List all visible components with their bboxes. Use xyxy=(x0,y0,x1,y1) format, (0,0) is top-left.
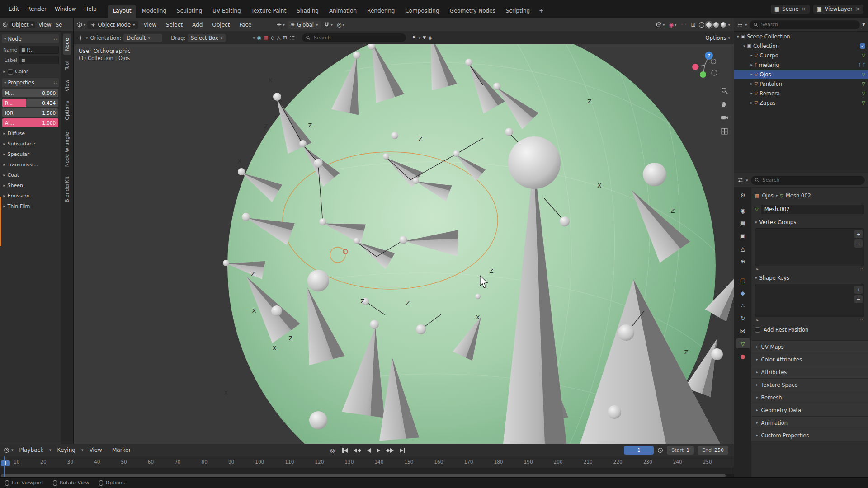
start-frame-field[interactable]: Start 1 xyxy=(667,446,694,455)
tab-physics-icon[interactable]: ↻ xyxy=(736,313,750,323)
shader-menu-view[interactable]: View xyxy=(37,22,53,28)
shading-rendered-button[interactable] xyxy=(721,22,726,28)
remove-vertex-group-button[interactable]: − xyxy=(854,239,863,248)
add-shape-key-button[interactable]: + xyxy=(854,286,863,294)
shape-keys-header[interactable]: ▾ Shape Keys xyxy=(755,272,864,284)
outliner-row-collection[interactable]: ▾ ▣ Collection ✓ xyxy=(734,41,868,51)
add-rest-position-checkbox[interactable] xyxy=(755,327,760,333)
section-color-attributes[interactable]: ▾Color Attributes xyxy=(751,353,868,366)
workspace-tab-shading[interactable]: Shading xyxy=(292,5,324,18)
expand-icon[interactable]: ▾ xyxy=(749,102,754,104)
outliner-row-scene-collection[interactable]: ▾ ▣ Scene Collection xyxy=(734,32,868,41)
sidebar-tab-options[interactable]: Options xyxy=(63,97,71,124)
sidebar-tab-node[interactable]: Node xyxy=(63,34,71,55)
drag-mode-dropdown[interactable]: Select Box ▾ xyxy=(188,34,226,42)
tab-material-icon[interactable]: ● xyxy=(736,351,750,361)
play-button[interactable] xyxy=(377,448,380,453)
list-filter-icon[interactable] xyxy=(289,35,295,41)
menu-edit[interactable]: Edit xyxy=(5,6,23,12)
workspace-tab-modeling[interactable]: Modeling xyxy=(137,5,171,18)
transform-orientation-dropdown[interactable]: ⊕ Global ▾ xyxy=(288,21,321,29)
section-remesh[interactable]: ▾Remesh xyxy=(751,391,868,404)
menu-help[interactable]: Help xyxy=(80,6,100,12)
shader-type-dropdown[interactable]: Object ▾ xyxy=(9,21,35,28)
workspace-tab-uv-editing[interactable]: UV Editing xyxy=(208,5,246,18)
vertex-groups-list[interactable]: + − xyxy=(755,228,864,266)
expand-icon[interactable]: ▾ xyxy=(749,73,754,75)
playhead[interactable] xyxy=(4,456,5,477)
metallic-slider[interactable]: M... 0.000 xyxy=(2,89,58,97)
tab-particles-icon[interactable]: ∴ xyxy=(736,300,750,310)
camera-view-icon[interactable] xyxy=(721,114,728,122)
menu-marker[interactable]: Marker xyxy=(108,447,135,453)
viewlayer-unlink-icon[interactable]: × xyxy=(855,6,860,12)
play-reverse-button[interactable] xyxy=(367,448,371,453)
pivot-point-button[interactable]: ▾ xyxy=(275,21,287,28)
mode-dropdown[interactable]: Object Mode ▾ xyxy=(87,21,138,29)
timeline-ruler[interactable]: 1020 3040 5060 7080 90100 110120 130140 … xyxy=(0,456,734,468)
zoom-icon[interactable] xyxy=(721,87,728,94)
workspace-tab-scripting[interactable]: Scripting xyxy=(501,5,535,18)
proportional-editing-button[interactable]: ◎ ▾ xyxy=(335,21,346,28)
viewport-menu-select[interactable]: Select xyxy=(162,22,187,28)
outliner-editor-icon[interactable] xyxy=(737,22,743,28)
outliner-row-cuerpo[interactable]: ▾ ▽ Cuerpo ▽ xyxy=(734,51,868,60)
tab-modifiers-icon[interactable]: ◆ xyxy=(736,288,750,298)
ior-slider[interactable]: IOR 1.500 xyxy=(2,108,58,117)
section-subsurface[interactable]: ▾Subsurface xyxy=(2,139,59,149)
orientation-default-dropdown[interactable]: Default ▾ xyxy=(123,34,162,42)
expand-icon[interactable]: ▾ xyxy=(737,34,739,39)
shader-editor-icon[interactable] xyxy=(2,22,8,28)
end-frame-field[interactable]: End 250 xyxy=(698,446,728,455)
section-sheen[interactable]: ▾Sheen xyxy=(2,180,59,191)
workspace-tab-rendering[interactable]: Rendering xyxy=(362,5,400,18)
scene-unlink-icon[interactable]: × xyxy=(802,6,806,12)
snapping-button[interactable]: ▾ xyxy=(322,21,334,28)
menu-window[interactable]: Window xyxy=(51,6,80,12)
mesh-name-field[interactable]: Mesh.002 xyxy=(761,205,864,214)
sidebar-tab-node-wrangler[interactable]: Node Wrangler xyxy=(63,126,71,171)
playhead-frame-badge[interactable]: 1 xyxy=(1,460,10,466)
roughness-slider[interactable]: R... 0.434 xyxy=(2,99,58,107)
gizmo-axis-negative[interactable] xyxy=(711,59,716,64)
filter-funnel-icon[interactable]: ▼ xyxy=(862,23,865,27)
add-workspace-button[interactable]: + xyxy=(535,5,547,18)
tab-constraints-icon[interactable]: ⋈ xyxy=(736,326,750,336)
menu-playback[interactable]: Playback xyxy=(15,447,48,453)
node-label-field[interactable]: ▦ xyxy=(19,56,59,64)
expand-icon[interactable]: ▾ xyxy=(743,44,745,48)
navigation-gizmo[interactable]: Z xyxy=(688,48,720,80)
shader-menu-select[interactable]: Se xyxy=(54,22,63,28)
tab-view-layer-icon[interactable]: ▣ xyxy=(736,231,750,241)
pan-hand-icon[interactable] xyxy=(721,100,728,108)
viewport-menu-view[interactable]: View xyxy=(140,22,160,28)
section-attributes[interactable]: ▾Attributes xyxy=(751,366,868,379)
sidebar-tab-blenderkit[interactable]: BlenderKit xyxy=(63,172,71,206)
section-diffuse[interactable]: ▾Diffuse xyxy=(2,128,59,139)
keying-clock-icon[interactable] xyxy=(657,447,663,453)
specials-menu-icon[interactable]: ▾ xyxy=(755,268,760,270)
viewport-menu-object[interactable]: Object xyxy=(208,22,234,28)
timeline-track-area[interactable] xyxy=(0,468,734,474)
workspace-tab-sculpting[interactable]: Sculpting xyxy=(172,5,207,18)
outliner-row-ojos[interactable]: ▾ ▽ Ojos ▽ xyxy=(734,70,868,79)
jump-to-end-button[interactable] xyxy=(400,448,405,453)
workspace-tab-animation[interactable]: Animation xyxy=(324,5,362,18)
falloff-triangle-icon[interactable]: △ xyxy=(277,35,280,40)
filter-funnel-icon[interactable]: ▼ xyxy=(423,36,426,40)
options-dropdown[interactable]: Options ▾ xyxy=(705,35,730,41)
outliner-row-remera[interactable]: ▾ ▽ Remera ▽ xyxy=(734,89,868,98)
remove-shape-key-button[interactable]: − xyxy=(854,295,863,303)
workspace-tab-layout[interactable]: Layout xyxy=(108,5,137,18)
breadcrumb-object[interactable]: Ojos xyxy=(762,192,773,199)
expand-icon[interactable]: ▾ xyxy=(749,92,754,94)
viewlayer-selector[interactable]: ▣ ViewLayer × xyxy=(813,5,863,14)
tab-object-data-icon[interactable]: ▽ xyxy=(736,338,750,348)
tab-object-icon[interactable]: ▢ xyxy=(736,275,750,285)
viewport-menu-add[interactable]: Add xyxy=(188,22,207,28)
menu-view[interactable]: View xyxy=(85,447,106,453)
shading-wireframe-button[interactable] xyxy=(699,22,704,28)
viewport-editor-icon[interactable] xyxy=(76,22,82,28)
viewport-search-input[interactable] xyxy=(313,34,402,41)
gizmo-axis-negative[interactable] xyxy=(712,70,717,75)
